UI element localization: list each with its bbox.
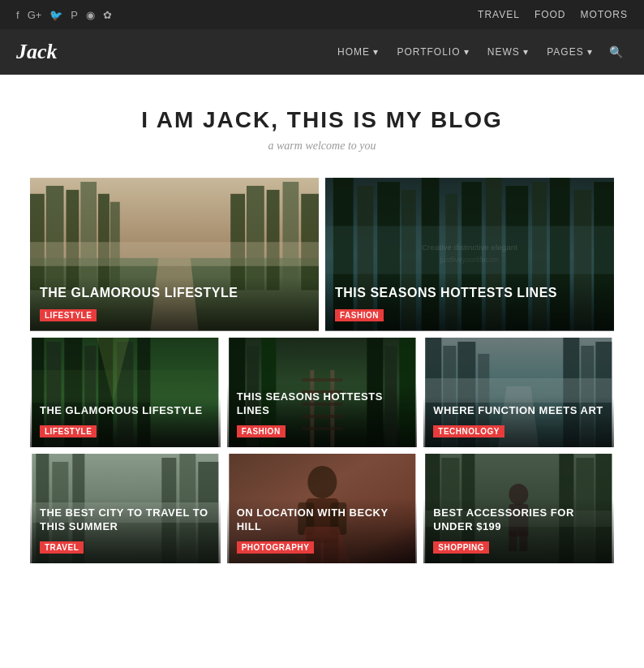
googleplus-icon[interactable]: G+	[28, 9, 42, 21]
card-overlay: ON LOCATION WITH BECKY HILL PHOTOGRAPHY	[227, 498, 418, 563]
card-on-location[interactable]: ON LOCATION WITH BECKY HILL PHOTOGRAPHY	[227, 454, 418, 563]
card-badge: TECHNOLOGY	[433, 425, 504, 437]
card-seasons-hottests-large[interactable]: Creative distinctive elegant justliveyou…	[325, 177, 614, 331]
svg-rect-11	[283, 182, 299, 291]
svg-rect-6	[98, 194, 109, 291]
svg-rect-3	[46, 186, 64, 291]
card-title: BEST ACCESSORIES FOR UNDER $199	[433, 506, 604, 534]
card-glamorous-lifestyle-large[interactable]: THE GLAMOROUS LIFESTYLE LIFESTYLE	[30, 177, 319, 331]
hero-subtitle: a warm welcome to you	[16, 140, 628, 153]
card-glamorous-lifestyle-small[interactable]: THE GLAMOROUS LIFESTYLE LIFESTYLE	[30, 338, 221, 447]
svg-rect-9	[247, 186, 264, 291]
svg-rect-2	[30, 194, 45, 291]
travel-link[interactable]: TRAVEL	[478, 9, 520, 20]
main-nav: HOME ▾ PORTFOLIO ▾ NEWS ▾ PAGES ▾ 🔍	[331, 41, 628, 63]
svg-rect-10	[267, 190, 280, 291]
portfolio-nav[interactable]: PORTFOLIO ▾	[390, 41, 475, 62]
card-overlay: THE BEST CITY TO TRAVEL TO THIS SUMMER T…	[30, 498, 221, 563]
card-overlay: THIS SEASONS HOTTESTS LINES FASHION	[227, 382, 418, 447]
card-seasons-hottests-railway[interactable]: THIS SEASONS HOTTESTS LINES FASHION	[227, 338, 418, 447]
logo[interactable]: Jack	[16, 40, 58, 64]
card-title: ON LOCATION WITH BECKY HILL	[237, 506, 408, 534]
svg-point-75	[307, 466, 337, 498]
card-title: THE GLAMOROUS LIFESTYLE	[40, 404, 211, 418]
home-nav[interactable]: HOME ▾	[331, 41, 385, 62]
svg-text:Creative distinctive elegant: Creative distinctive elegant	[422, 243, 517, 252]
svg-rect-12	[301, 194, 319, 291]
svg-rect-51	[302, 378, 342, 381]
card-badge: LIFESTYLE	[40, 309, 97, 321]
card-badge: FASHION	[335, 309, 384, 321]
card-badge: PHOTOGRAPHY	[237, 541, 315, 554]
card-overlay: THE GLAMOROUS LIFESTYLE LIFESTYLE	[30, 396, 221, 447]
pinterest-icon[interactable]: P	[71, 9, 78, 21]
extra-icon[interactable]: ✿	[103, 9, 112, 21]
card-overlay: THE GLAMOROUS LIFESTYLE LIFESTYLE	[30, 277, 319, 331]
card-title: THIS SEASONS HOTTESTS LINES	[237, 390, 408, 418]
card-best-accessories[interactable]: BEST ACCESSORIES FOR UNDER $199 SHOPPING	[423, 454, 614, 563]
row3: THE BEST CITY TO TRAVEL TO THIS SUMMER T…	[30, 454, 614, 563]
top-bar: f G+ 🐦 P ◉ ✿ TRAVEL FOOD MOTORS	[0, 0, 644, 29]
svg-text:justliveyourlifecom: justliveyourlifecom	[440, 256, 500, 264]
card-where-function[interactable]: WHERE FUNCTION MEETS ART TECHNOLOGY	[423, 338, 614, 447]
top-nav: TRAVEL FOOD MOTORS	[478, 9, 628, 20]
card-overlay: BEST ACCESSORIES FOR UNDER $199 SHOPPING	[423, 498, 614, 563]
news-nav[interactable]: NEWS ▾	[481, 41, 535, 62]
social-icons: f G+ 🐦 P ◉ ✿	[16, 9, 112, 21]
card-badge: SHOPPING	[433, 541, 489, 554]
card-overlay: THIS SEASONS HOTTESTS LINES FASHION	[325, 277, 614, 331]
card-title: THE GLAMOROUS LIFESTYLE	[40, 285, 309, 302]
food-link[interactable]: FOOD	[535, 9, 566, 20]
card-badge: TRAVEL	[40, 541, 84, 554]
svg-rect-4	[67, 190, 79, 291]
card-title: THIS SEASONS HOTTESTS LINES	[335, 285, 604, 302]
hero-section: I AM JACK, THIS IS MY BLOG a warm welcom…	[0, 75, 644, 177]
card-badge: FASHION	[237, 425, 286, 437]
pages-nav[interactable]: PAGES ▾	[540, 41, 599, 62]
svg-rect-8	[230, 194, 245, 291]
motors-link[interactable]: MOTORS	[581, 9, 628, 20]
card-best-city[interactable]: THE BEST CITY TO TRAVEL TO THIS SUMMER T…	[30, 454, 221, 563]
header: Jack HOME ▾ PORTFOLIO ▾ NEWS ▾ PAGES ▾ 🔍	[0, 29, 644, 75]
row2: THE GLAMOROUS LIFESTYLE LIFESTYLE	[30, 338, 614, 447]
twitter-icon[interactable]: 🐦	[49, 9, 62, 21]
facebook-icon[interactable]: f	[16, 9, 19, 21]
rss-icon[interactable]: ◉	[86, 9, 95, 21]
card-overlay: WHERE FUNCTION MEETS ART TECHNOLOGY	[423, 396, 614, 447]
svg-rect-14	[30, 242, 319, 266]
hero-title: I AM JACK, THIS IS MY BLOG	[16, 107, 628, 133]
card-badge: LIFESTYLE	[40, 425, 97, 437]
card-title: THE BEST CITY TO TRAVEL TO THIS SUMMER	[40, 506, 211, 534]
blog-grid: THE GLAMOROUS LIFESTYLE LIFESTYLE	[14, 177, 630, 602]
card-title: WHERE FUNCTION MEETS ART	[433, 404, 604, 418]
search-icon[interactable]: 🔍	[604, 41, 628, 63]
svg-rect-5	[80, 182, 97, 291]
featured-row: THE GLAMOROUS LIFESTYLE LIFESTYLE	[30, 177, 614, 331]
